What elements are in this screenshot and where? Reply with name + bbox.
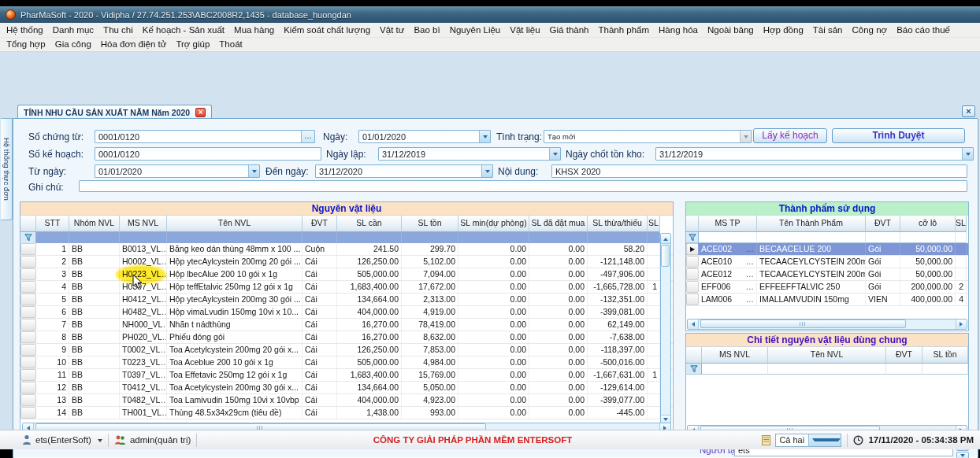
menu-item[interactable]: Hàng hóa: [654, 24, 703, 37]
filter-cell[interactable]: [757, 232, 866, 243]
filter-funnel-cell[interactable]: [686, 232, 699, 243]
table-row[interactable]: EFF006…EFFEEFFTALVIC 250Gói200,000.002: [686, 281, 968, 294]
cell-ellipsis-icon[interactable]: …: [161, 407, 167, 419]
so-ke-hoach-field[interactable]: 0001/0120: [95, 147, 321, 161]
products-horizontal-scrollbar[interactable]: [687, 319, 967, 330]
table-row[interactable]: 9BBT0002_VL…Toa Acetylcystein 200mg 20 g…: [20, 344, 673, 356]
menu-item[interactable]: Bao bì: [409, 24, 444, 37]
column-header[interactable]: SL tồn: [922, 347, 968, 364]
materials-vertical-scrollbar[interactable]: [660, 233, 671, 426]
column-header[interactable]: ĐVT: [866, 216, 900, 232]
display-mode-select[interactable]: Cả hai: [775, 434, 841, 447]
menu-item[interactable]: Thoát: [214, 38, 247, 51]
table-row[interactable]: 10BBT0223_VL…Toa Aceblue 200 10 gói x 1g…: [20, 356, 673, 369]
column-header[interactable]: SL: [956, 216, 967, 232]
menu-item[interactable]: Kế hoạch - Sản xuất: [138, 24, 229, 37]
filter-cell[interactable]: [69, 232, 120, 243]
menu-item[interactable]: Tổng hợp: [2, 38, 50, 51]
column-header[interactable]: SL cần: [337, 216, 402, 232]
dropdown-arrow-icon[interactable]: [808, 434, 841, 446]
dropdown-arrow-icon[interactable]: [248, 165, 259, 177]
cell-ellipsis-icon[interactable]: …: [161, 306, 167, 318]
column-header[interactable]: STT: [36, 216, 69, 232]
column-header[interactable]: SL: [648, 216, 660, 232]
menu-item[interactable]: Thành phẩm: [593, 24, 654, 37]
dropdown-arrow-icon[interactable]: [962, 148, 973, 160]
tinh-trang-field[interactable]: Tạo mới: [544, 130, 752, 143]
menu-item[interactable]: Tài sản: [808, 24, 848, 37]
table-row[interactable]: 2BBH0002_VL…Hộp ytecAylcystein 200mg 20 …: [20, 256, 673, 268]
table-row[interactable]: 4BBH0397_VL…Hộp teffEtalvic 250mg 12 gói…: [20, 281, 673, 294]
dropdown-arrow-icon[interactable]: [479, 131, 490, 142]
filter-cell[interactable]: [402, 232, 458, 243]
den-ngay-field[interactable]: 31/12/2020: [315, 164, 493, 178]
statusbar-user[interactable]: ets(EnterSoft): [22, 434, 102, 445]
ngay-lap-field[interactable]: 31/12/2019: [378, 147, 561, 161]
menu-item[interactable]: Hóa đơn điện tử: [96, 38, 172, 51]
filter-cell[interactable]: [956, 232, 967, 243]
cell-ellipsis-icon[interactable]: …: [746, 243, 755, 255]
filter-cell[interactable]: [36, 232, 69, 243]
filter-cell[interactable]: [922, 364, 968, 375]
filter-cell[interactable]: [120, 232, 167, 243]
column-header[interactable]: MS NVL: [702, 347, 768, 364]
column-header[interactable]: cỡ lô: [900, 216, 956, 232]
filter-cell[interactable]: [337, 232, 402, 243]
table-row[interactable]: 5BBH0412_VL…Hộp ytecAylcystein 200mg 30 …: [20, 294, 673, 306]
cell-ellipsis-icon[interactable]: …: [160, 394, 167, 406]
indicator-header[interactable]: [686, 347, 702, 364]
document-tab[interactable]: TÍNH NHU CẦU SẢN XUẤT NĂM Năm 2020 ×: [17, 105, 212, 119]
column-header[interactable]: SL đã đặt mua: [529, 216, 588, 232]
products-filter-row[interactable]: [686, 232, 968, 243]
menu-item[interactable]: Danh mục: [48, 24, 98, 37]
menu-item[interactable]: Ngoài bảng: [703, 24, 759, 37]
filter-cell[interactable]: [588, 232, 648, 243]
menu-item[interactable]: Vật liệu: [505, 24, 544, 37]
table-row[interactable]: 13BBT0482_VL…Toa Lamivudin 150mg 10vi x …: [20, 394, 673, 407]
cell-ellipsis-icon[interactable]: …: [160, 369, 167, 381]
column-header[interactable]: MS NVL: [120, 216, 167, 232]
cell-ellipsis-icon[interactable]: …: [160, 356, 167, 368]
dropdown-arrow-icon[interactable]: [481, 165, 492, 177]
menu-item[interactable]: Gia công: [50, 38, 96, 51]
table-row[interactable]: 11BBT0397_VL…Toa Effetavic 250mg 12 gói …: [20, 369, 673, 382]
filter-cell[interactable]: [303, 232, 337, 243]
menu-item[interactable]: Kiểm soát chất lượng: [279, 24, 375, 37]
ngay-field[interactable]: 01/01/2020: [358, 130, 491, 143]
filter-cell[interactable]: [529, 232, 588, 243]
scroll-right-icon[interactable]: [956, 319, 967, 329]
cell-ellipsis-icon[interactable]: …: [161, 243, 167, 255]
lookup-ellipsis-button[interactable]: …: [301, 131, 314, 142]
menu-item[interactable]: Trợ giúp: [171, 38, 214, 51]
menu-item[interactable]: Thu chi: [98, 24, 138, 37]
filter-cell[interactable]: [699, 232, 757, 243]
table-row[interactable]: 1BBB0013_VL…Băng keo dán thùng 48mm x 10…: [20, 243, 673, 256]
column-header[interactable]: SL thừa/thiếu: [588, 216, 648, 232]
menu-item[interactable]: Báo cáo thuế: [892, 24, 955, 37]
materials-filter-row[interactable]: [20, 232, 673, 243]
table-row[interactable]: 7BBNH000_VL…Nhãn t nádthùngCái16,270.007…: [20, 319, 673, 331]
ghi-chu-field[interactable]: [79, 180, 967, 192]
table-row[interactable]: 6BBH0482_VL…Hộp vimaLvudin 150mg 10vi x …: [20, 306, 673, 319]
filter-cell[interactable]: [866, 232, 900, 243]
column-header[interactable]: SL tồn: [402, 216, 458, 232]
column-header[interactable]: ĐVT: [303, 216, 337, 232]
table-row[interactable]: LAM006…IMALLAMVUDIN 150mgVIEN400,000.004: [686, 294, 968, 306]
filter-cell[interactable]: [768, 364, 886, 375]
table-row[interactable]: ▶ACE002…BECAACELUE 200Gói50,000.00: [686, 243, 968, 256]
column-header[interactable]: Nhóm NVL: [69, 216, 120, 232]
table-row[interactable]: 8BBPH020_VL…Phiếu đóng góiCái16,270.008,…: [20, 331, 673, 344]
column-header[interactable]: SL min(dự phòng): [458, 216, 529, 232]
menu-item[interactable]: Nguyên Liệu: [445, 24, 506, 37]
tab-close-icon[interactable]: ×: [195, 108, 206, 117]
column-header[interactable]: Tên NVL: [167, 216, 303, 232]
table-row[interactable]: ACE012…TECAACEYLCYSTEIN 200mgGói50,000.0…: [686, 268, 968, 281]
cell-ellipsis-icon[interactable]: …: [746, 281, 755, 293]
so-chung-tu-field[interactable]: 0001/0120 …: [95, 130, 315, 143]
filter-cell[interactable]: [886, 364, 922, 375]
cell-ellipsis-icon[interactable]: …: [160, 382, 167, 393]
menu-item[interactable]: Công nợ: [848, 24, 893, 37]
filter-funnel-cell[interactable]: [20, 232, 36, 243]
dropdown-arrow-icon[interactable]: [549, 148, 560, 160]
indicator-header[interactable]: [686, 216, 699, 232]
